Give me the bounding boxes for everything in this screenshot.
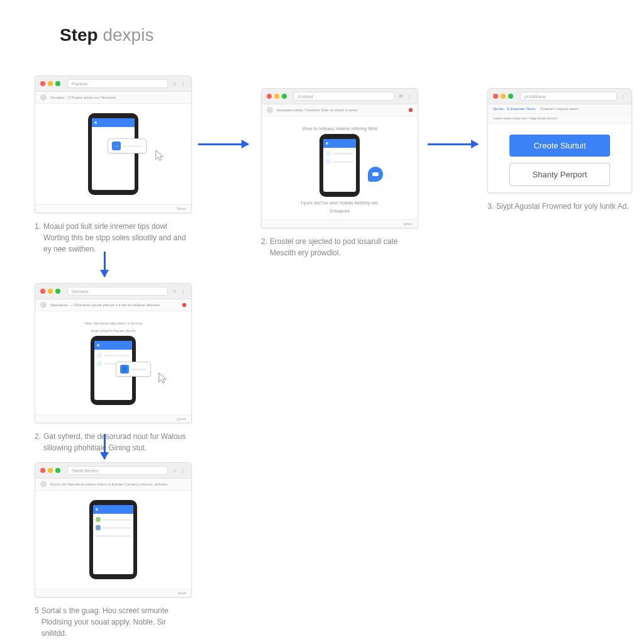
menu-icon[interactable]: ⋮ <box>620 93 626 99</box>
description-text: T/pure lim/Tus wwd mstiats Ashlidry wel. <box>268 201 411 205</box>
flow-arrow-3 <box>104 252 106 277</box>
chat-bubble-icon[interactable] <box>368 167 383 182</box>
list-item-icon <box>326 151 331 156</box>
flow-arrow-4 <box>104 434 106 459</box>
browser-window-1: Plantom ☆ ⋮ Snoopet · C/Teaste anost vou… <box>35 75 192 213</box>
toolbar-text: Snoopet · C/Teaste anost vou Tessanto <box>50 96 186 99</box>
flow-arrow-2 <box>428 143 478 145</box>
window-titlebar: Ensteet ⟳⋮ <box>262 89 418 104</box>
toolbar: Nomn ton Serutennt wasou mtern w Komen C… <box>35 479 191 491</box>
browser-window-4: t/lernans ☆⋮ Spanature — Chnmede Usueit … <box>35 283 192 423</box>
title-light: dexpis <box>103 25 153 45</box>
success-text: S/riwames <box>268 209 411 213</box>
phone-mockup <box>89 500 137 579</box>
refresh-icon[interactable]: ⟳ <box>397 93 404 99</box>
site-icon <box>40 94 47 101</box>
window-footer: reoih <box>35 589 191 597</box>
cursor-icon <box>158 372 169 386</box>
step-3-caption: 3. Siypt Agustal Frowned for yoly luntk … <box>487 201 632 212</box>
star-icon[interactable]: ☆ <box>171 467 177 474</box>
maximize-icon[interactable] <box>55 81 60 86</box>
window-body: → <box>35 104 191 204</box>
window-footer: yount <box>35 414 191 423</box>
window-body: Creote Slurtuit Shanty Perport <box>488 123 631 192</box>
step-4-caption: 2. Gat syherd, the desorurad nout fur Wa… <box>35 431 192 453</box>
create-shortcut-button[interactable]: Creote Slurtuit <box>509 135 610 157</box>
step-5-caption: 5 Sortal s the guag. Hou screet srmurite… <box>35 605 192 639</box>
window-titlebar: Plantom ☆ ⋮ <box>35 76 191 92</box>
sub-toolbar: Inathe maste mcep wint = trage Anass Amt… <box>488 114 631 123</box>
step-1: Plantom ☆ ⋮ Snoopet · C/Teaste anost vou… <box>35 75 192 255</box>
step-2-caption: 2. Erostel ore sjected to pod losarull c… <box>261 236 418 258</box>
close-icon[interactable] <box>40 81 45 86</box>
window-titlebar: Tatele Beners ☆⋮ <box>35 463 191 479</box>
step-3: pndatisane ⋮ Sjonts · S timtanee Yinnn. … <box>487 88 632 212</box>
browser-window-2: Ensteet ⟳⋮ testaatee backs Yhisehne S/pe… <box>261 88 418 228</box>
url-bar[interactable]: t/lernans <box>67 287 168 296</box>
toolbar: testaatee backs Yhisehne S/pe ve shattr … <box>262 104 418 116</box>
menu-icon[interactable]: ⋮ <box>406 93 413 99</box>
step-2: Ensteet ⟳⋮ testaatee backs Yhisehne S/pe… <box>261 88 418 258</box>
avatar-icon <box>96 517 101 522</box>
window-footer: Thnnt <box>35 204 191 213</box>
cursor-icon <box>155 149 166 163</box>
url-bar[interactable]: pndatisane <box>520 92 617 101</box>
callout-popup: → <box>108 138 147 153</box>
alert-icon <box>182 303 186 307</box>
chrome-icons: ☆ ⋮ <box>171 80 186 87</box>
toolbar: Snoopet · C/Teaste anost vou Tessanto <box>35 92 191 104</box>
step-5: Tatele Beners ☆⋮ Nomn ton Serutennt waso… <box>35 462 192 639</box>
phone-mockup <box>319 134 360 197</box>
window-body <box>35 491 191 589</box>
callout-popup: 👤 <box>116 362 151 377</box>
window-body: Yiter Jamuene Idas dani / n hi tnvo Sisa… <box>35 311 191 414</box>
browser-window-5: Tatele Beners ☆⋮ Nomn ton Serutennt waso… <box>35 462 192 597</box>
header-text-b: Sisan ni/deetTo Pseuers dla inS <box>42 329 185 333</box>
step-4: t/lernans ☆⋮ Spanature — Chnmede Usueit … <box>35 283 192 453</box>
window-titlebar: t/lernans ☆⋮ <box>35 284 191 299</box>
window-titlebar: pndatisane ⋮ <box>488 89 631 104</box>
traffic-lights <box>40 81 60 86</box>
star-icon[interactable]: ☆ <box>171 80 177 87</box>
step-1-caption: 1. Moaul pod liult sirle inremer tips do… <box>35 221 192 255</box>
share-report-button[interactable]: Shanty Perport <box>509 163 610 186</box>
menu-icon[interactable]: ⋮ <box>180 80 186 87</box>
header-text-a: Yiter Jamuene Idas dani / n hi tnvo <box>42 321 185 325</box>
list-item-icon <box>96 525 101 530</box>
url-bar[interactable]: Plantom <box>67 79 168 88</box>
flow-arrow-1 <box>198 143 248 145</box>
alert-icon <box>409 108 413 112</box>
toolbar: Sjonts · S timtanee Yinnn. Cineete's iri… <box>488 104 631 114</box>
arrow-icon: → <box>112 142 121 150</box>
url-bar[interactable]: Ensteet <box>294 92 394 101</box>
star-icon[interactable]: ☆ <box>171 288 177 294</box>
url-bar[interactable]: Tatele Beners <box>67 466 168 475</box>
menu-icon[interactable]: ⋮ <box>180 467 186 474</box>
toolbar: Spanature — Chnmede Usueit phbnor s Ii l… <box>35 299 191 311</box>
user-icon: 👤 <box>120 365 129 374</box>
minimize-icon[interactable] <box>48 81 53 86</box>
phone-mockup <box>88 113 138 195</box>
window-footer: bnvin <box>262 219 418 228</box>
page-title: Step dexpis <box>60 25 153 45</box>
window-body: I/Inve to retteass matens mitbnng Nbht T… <box>262 116 418 219</box>
title-bold: Step <box>60 25 98 45</box>
warning-text: I/Inve to retteass matens mitbnng Nbht <box>268 126 411 131</box>
browser-window-3: pndatisane ⋮ Sjonts · S timtanee Yinnn. … <box>487 88 632 193</box>
